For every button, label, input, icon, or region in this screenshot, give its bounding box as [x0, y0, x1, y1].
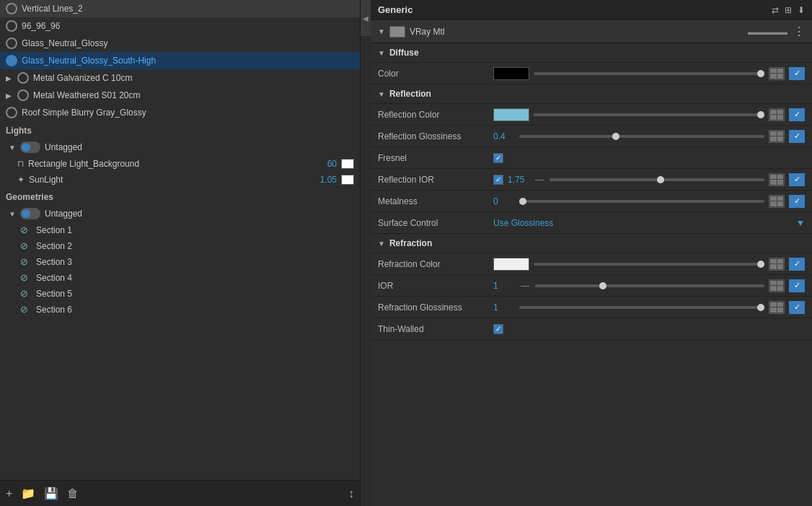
- material-name: VRay Mtl: [410, 27, 748, 37]
- refraction-ior-label: IOR: [378, 281, 493, 291]
- diffuse-slider-track[interactable]: [534, 72, 764, 75]
- list-item[interactable]: Glass_Neutral_Glossy: [0, 35, 360, 52]
- fresnel-controls: ✓: [493, 153, 805, 163]
- list-item[interactable]: ▶ Metal Weathered S01 20cm: [0, 87, 360, 104]
- reflection-ior-check-button[interactable]: ✓: [789, 173, 805, 186]
- reflection-color-row: Reflection Color ✓: [371, 104, 812, 126]
- refraction-section-header[interactable]: ▼ Refraction: [371, 234, 812, 253]
- save-icon[interactable]: 💾: [44, 487, 58, 500]
- refraction-ior-check-button[interactable]: ✓: [789, 279, 805, 292]
- reflection-ior-swatch-button[interactable]: [769, 173, 785, 186]
- reflection-color-slider-track[interactable]: [534, 113, 764, 116]
- diffuse-section-header[interactable]: ▼ Diffuse: [371, 43, 812, 63]
- rect-light-item[interactable]: ⊓ Rectangle Light_Background 60: [0, 156, 360, 172]
- refraction-glossiness-slider-track[interactable]: [519, 306, 764, 309]
- reflection-section-header[interactable]: ▼ Reflection: [371, 84, 812, 104]
- export-icon[interactable]: ⬇: [798, 5, 805, 15]
- untagged-geometries-header[interactable]: ▼ Untagged: [0, 205, 360, 222]
- diffuse-check-button[interactable]: ✓: [789, 67, 805, 80]
- reflection-ior-slider-track[interactable]: [550, 178, 764, 181]
- reflection-glossiness-slider-track[interactable]: [519, 135, 764, 138]
- folder-icon[interactable]: 📁: [21, 487, 35, 500]
- thin-walled-checkbox[interactable]: ✓: [493, 324, 503, 334]
- section-3-item[interactable]: ⊘ Section 3: [0, 254, 360, 270]
- surface-control-value[interactable]: Use Glossiness: [493, 218, 792, 228]
- refraction-glossiness-slider-thumb: [757, 304, 764, 311]
- left-panel: Vertical Lines_2 96_96_96 Glass_Neutral_…: [0, 0, 361, 506]
- section-icon: ⊘: [20, 240, 32, 252]
- refraction-glossiness-label: Refraction Glossiness: [378, 302, 493, 313]
- reflection-ior-value[interactable]: 1.75: [508, 175, 529, 185]
- section-6-item[interactable]: ⊘ Section 6: [0, 302, 360, 318]
- section-expand-icon: ▼: [378, 90, 385, 98]
- expand-arrow-icon: ▶: [6, 92, 14, 100]
- diffuse-color-swatch[interactable]: [493, 67, 529, 80]
- refraction-glossiness-swatch-button[interactable]: [769, 301, 785, 314]
- refraction-color-slider-track[interactable]: [534, 263, 764, 266]
- reflection-glossiness-swatch-button[interactable]: [769, 130, 785, 143]
- add-icon[interactable]: +: [6, 487, 12, 500]
- expand-triangle-icon[interactable]: ▼: [378, 27, 385, 35]
- visibility-toggle[interactable]: [20, 208, 40, 219]
- material-icon: [6, 3, 17, 14]
- swatch-grid-icon: [770, 302, 783, 313]
- section-1-item[interactable]: ⊘ Section 1: [0, 222, 360, 238]
- swatch-grid-icon: [770, 110, 783, 120]
- refraction-check-button[interactable]: ✓: [789, 258, 805, 271]
- metalness-swatch-button[interactable]: [769, 195, 785, 208]
- untagged-lights-header[interactable]: ▼ Untagged: [0, 139, 360, 156]
- list-item[interactable]: Vertical Lines_2: [0, 0, 360, 17]
- properties-area: ▼ Diffuse Color ✓ ▼ Reflection: [371, 43, 812, 506]
- section-label: Section 4: [36, 273, 72, 283]
- diffuse-color-label: Color: [378, 69, 493, 79]
- section-4-item[interactable]: ⊘ Section 4: [0, 270, 360, 286]
- swap-icon[interactable]: ⇄: [772, 5, 779, 15]
- item-label: Metal Galvanized C 10cm: [33, 73, 132, 83]
- section-icon: ⊘: [20, 304, 32, 315]
- arrow-icon[interactable]: ↕: [348, 487, 354, 500]
- metalness-value[interactable]: 0: [493, 196, 515, 206]
- list-item[interactable]: Roof Simple Blurry Gray_Glossy: [0, 104, 360, 121]
- refraction-swatch-button[interactable]: [769, 258, 785, 271]
- metalness-check-button[interactable]: ✓: [789, 195, 805, 208]
- list-item[interactable]: 96_96_96: [0, 17, 360, 35]
- refraction-glossiness-value[interactable]: 1: [493, 302, 515, 313]
- visibility-toggle[interactable]: [20, 141, 40, 153]
- selected-list-item[interactable]: Glass_Neutral_Glossy_South-High: [0, 52, 360, 69]
- expand-arrow-icon: ▼: [9, 144, 17, 152]
- fresnel-checkbox[interactable]: ✓: [493, 153, 503, 163]
- diffuse-color-row: Color ✓: [371, 63, 812, 84]
- reflection-color-swatch[interactable]: [493, 108, 529, 121]
- list-item[interactable]: ▶ Metal Galvanized C 10cm: [0, 69, 360, 87]
- refraction-ior-swatch-button[interactable]: [769, 279, 785, 292]
- sunlight-item[interactable]: ✦ SunLight 1.05: [0, 172, 360, 188]
- refraction-color-slider-thumb: [757, 261, 764, 268]
- reflection-glossiness-value[interactable]: 0.4: [493, 131, 515, 141]
- sunlight-label: SunLight: [29, 175, 63, 185]
- reflection-swatch-button[interactable]: [769, 108, 785, 121]
- reflection-glossiness-check-button[interactable]: ✓: [789, 130, 805, 143]
- diffuse-swatch-button[interactable]: [769, 67, 785, 80]
- collapse-panel-button[interactable]: ◀: [361, 0, 371, 36]
- grid-icon[interactable]: ⊞: [785, 5, 792, 15]
- metalness-slider-track[interactable]: [519, 200, 764, 203]
- material-icon: [6, 107, 17, 118]
- material-swatch[interactable]: [389, 26, 405, 38]
- reflection-glossiness-slider-thumb: [612, 133, 619, 140]
- refraction-glossiness-check-button[interactable]: ✓: [789, 301, 805, 314]
- delete-icon[interactable]: 🗑: [67, 487, 79, 500]
- material-menu-button[interactable]: ⋮: [793, 25, 805, 38]
- surface-control-dropdown-icon[interactable]: ▼: [796, 218, 805, 228]
- reflection-check-button[interactable]: ✓: [789, 108, 805, 121]
- left-panel-toolbar: + 📁 💾 🗑 ↕: [0, 480, 360, 506]
- reflection-ior-checkbox[interactable]: ✓: [493, 175, 503, 185]
- section-5-item[interactable]: ⊘ Section 5: [0, 286, 360, 302]
- refraction-ior-slider-track[interactable]: [535, 284, 764, 287]
- refraction-color-swatch[interactable]: [493, 258, 529, 271]
- refraction-ior-value[interactable]: 1: [493, 281, 515, 291]
- right-panel: Generic ⇄ ⊞ ⬇ ▼ VRay Mtl ▬▬▬▬▬ ⋮ ▼ Diffu…: [371, 0, 812, 506]
- material-icon: [17, 72, 29, 84]
- section-label: Section 2: [36, 241, 72, 251]
- reflection-ior-controls: ✓ 1.75 — ✓: [493, 173, 805, 186]
- section-2-item[interactable]: ⊘ Section 2: [0, 238, 360, 254]
